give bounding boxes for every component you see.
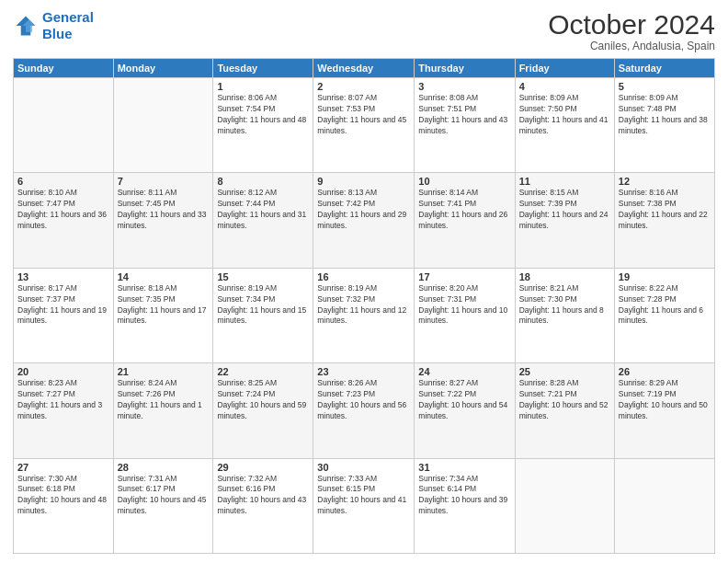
calendar-table: Sunday Monday Tuesday Wednesday Thursday… [13, 58, 715, 554]
day-info-line: Daylight: 11 hours and 22 minutes. [619, 210, 711, 232]
table-row: 24Sunrise: 8:27 AMSunset: 7:22 PMDayligh… [415, 363, 515, 458]
day-info-line: Sunrise: 8:28 AM [519, 378, 610, 389]
day-info-line: Sunset: 7:32 PM [317, 294, 410, 305]
day-info-line: Sunset: 7:27 PM [17, 389, 109, 400]
day-info-line: Sunset: 7:45 PM [118, 199, 210, 210]
logo-icon [13, 13, 39, 39]
header-saturday: Saturday [614, 59, 714, 78]
day-number: 12 [619, 176, 711, 187]
day-info: Sunrise: 7:33 AMSunset: 6:15 PMDaylight:… [317, 474, 410, 518]
day-info-line: Sunset: 7:22 PM [418, 389, 510, 400]
day-info-line: Sunrise: 8:24 AM [118, 378, 210, 389]
day-number: 17 [418, 271, 510, 282]
day-info-line: Sunset: 7:42 PM [317, 199, 410, 210]
day-number: 2 [317, 81, 410, 92]
day-info-line: Sunrise: 8:13 AM [317, 188, 410, 199]
table-row: 21Sunrise: 8:24 AMSunset: 7:26 PMDayligh… [113, 363, 213, 458]
day-number: 24 [418, 366, 510, 377]
day-info-line: Daylight: 11 hours and 31 minutes. [217, 210, 309, 232]
day-info-line: Daylight: 10 hours and 48 minutes. [17, 495, 109, 517]
day-info: Sunrise: 7:30 AMSunset: 6:18 PMDaylight:… [17, 474, 109, 518]
day-info-line: Sunrise: 8:19 AM [217, 283, 309, 294]
day-info: Sunrise: 8:26 AMSunset: 7:23 PMDaylight:… [317, 378, 410, 422]
table-row [515, 458, 614, 553]
day-info: Sunrise: 8:21 AMSunset: 7:30 PMDaylight:… [519, 283, 610, 327]
day-info-line: Sunset: 7:41 PM [418, 199, 510, 210]
day-info-line: Sunrise: 8:11 AM [118, 188, 210, 199]
day-info: Sunrise: 8:29 AMSunset: 7:19 PMDaylight:… [619, 378, 711, 422]
day-info-line: Sunrise: 7:32 AM [217, 474, 309, 485]
day-info-line: Sunset: 7:38 PM [619, 199, 711, 210]
day-info-line: Sunset: 7:37 PM [17, 294, 109, 305]
day-number: 30 [317, 462, 410, 473]
day-number: 5 [619, 81, 711, 92]
location-subtitle: Caniles, Andalusia, Spain [548, 40, 715, 52]
day-info-line: Daylight: 11 hours and 1 minute. [118, 400, 210, 422]
day-info: Sunrise: 8:10 AMSunset: 7:47 PMDaylight:… [17, 188, 109, 232]
day-info-line: Sunrise: 8:29 AM [619, 378, 711, 389]
day-info-line: Daylight: 11 hours and 19 minutes. [17, 305, 109, 327]
day-info-line: Daylight: 11 hours and 36 minutes. [17, 210, 109, 232]
day-info-line: Daylight: 10 hours and 45 minutes. [118, 495, 210, 517]
day-info-line: Sunset: 7:44 PM [217, 199, 309, 210]
table-row: 17Sunrise: 8:20 AMSunset: 7:31 PMDayligh… [415, 268, 515, 362]
table-row: 3Sunrise: 8:08 AMSunset: 7:51 PMDaylight… [415, 78, 515, 173]
day-info-line: Sunrise: 8:18 AM [118, 283, 210, 294]
day-info-line: Daylight: 11 hours and 12 minutes. [317, 305, 410, 327]
day-number: 23 [317, 366, 410, 377]
day-number: 6 [17, 176, 109, 187]
table-row: 26Sunrise: 8:29 AMSunset: 7:19 PMDayligh… [614, 363, 714, 458]
day-info-line: Sunset: 6:14 PM [418, 484, 510, 495]
day-info-line: Sunrise: 8:22 AM [619, 283, 711, 294]
day-info-line: Daylight: 11 hours and 33 minutes. [118, 210, 210, 232]
day-number: 18 [519, 271, 610, 282]
day-info-line: Sunset: 7:35 PM [118, 294, 210, 305]
day-info-line: Sunset: 7:19 PM [619, 389, 711, 400]
day-number: 25 [519, 366, 610, 377]
day-number: 29 [217, 462, 309, 473]
day-info-line: Daylight: 10 hours and 41 minutes. [317, 495, 410, 517]
table-row: 10Sunrise: 8:14 AMSunset: 7:41 PMDayligh… [415, 173, 515, 268]
logo-line1: General [42, 9, 94, 25]
day-number: 22 [217, 366, 309, 377]
table-row [113, 78, 213, 173]
header: General Blue October 2024 Caniles, Andal… [13, 9, 715, 52]
day-info-line: Sunset: 7:47 PM [17, 199, 109, 210]
table-row: 30Sunrise: 7:33 AMSunset: 6:15 PMDayligh… [313, 458, 415, 553]
day-info-line: Sunrise: 7:33 AM [317, 474, 410, 485]
day-info-line: Sunrise: 8:14 AM [418, 188, 510, 199]
header-thursday: Thursday [415, 59, 515, 78]
day-info-line: Daylight: 11 hours and 26 minutes. [418, 210, 510, 232]
day-info: Sunrise: 8:27 AMSunset: 7:22 PMDaylight:… [418, 378, 510, 422]
table-row [14, 78, 114, 173]
day-info-line: Sunrise: 8:27 AM [418, 378, 510, 389]
table-row: 25Sunrise: 8:28 AMSunset: 7:21 PMDayligh… [515, 363, 614, 458]
day-number: 31 [418, 462, 510, 473]
day-info: Sunrise: 8:19 AMSunset: 7:34 PMDaylight:… [217, 283, 309, 327]
day-info-line: Sunrise: 8:07 AM [317, 93, 410, 104]
day-info-line: Daylight: 10 hours and 39 minutes. [418, 495, 510, 517]
day-info-line: Sunrise: 7:30 AM [17, 474, 109, 485]
day-info: Sunrise: 8:08 AMSunset: 7:51 PMDaylight:… [418, 93, 510, 137]
table-row: 9Sunrise: 8:13 AMSunset: 7:42 PMDaylight… [313, 173, 415, 268]
day-info-line: Sunset: 7:51 PM [418, 104, 510, 115]
calendar-week-row: 1Sunrise: 8:06 AMSunset: 7:54 PMDaylight… [14, 78, 715, 173]
day-number: 3 [418, 81, 510, 92]
day-info: Sunrise: 8:14 AMSunset: 7:41 PMDaylight:… [418, 188, 510, 232]
day-info-line: Daylight: 10 hours and 43 minutes. [217, 495, 309, 517]
day-info-line: Daylight: 11 hours and 38 minutes. [619, 115, 711, 137]
day-info: Sunrise: 8:12 AMSunset: 7:44 PMDaylight:… [217, 188, 309, 232]
day-info: Sunrise: 7:34 AMSunset: 6:14 PMDaylight:… [418, 474, 510, 518]
table-row: 31Sunrise: 7:34 AMSunset: 6:14 PMDayligh… [415, 458, 515, 553]
header-monday: Monday [113, 59, 213, 78]
day-info-line: Sunrise: 8:16 AM [619, 188, 711, 199]
table-row: 12Sunrise: 8:16 AMSunset: 7:38 PMDayligh… [614, 173, 714, 268]
day-info-line: Sunset: 7:39 PM [519, 199, 610, 210]
day-info-line: Sunrise: 7:31 AM [118, 474, 210, 485]
day-info: Sunrise: 8:18 AMSunset: 7:35 PMDaylight:… [118, 283, 210, 327]
day-info-line: Sunrise: 8:15 AM [519, 188, 610, 199]
day-info-line: Daylight: 10 hours and 52 minutes. [519, 400, 610, 422]
day-info-line: Sunset: 6:16 PM [217, 484, 309, 495]
day-number: 1 [217, 81, 309, 92]
day-info-line: Sunset: 7:26 PM [118, 389, 210, 400]
